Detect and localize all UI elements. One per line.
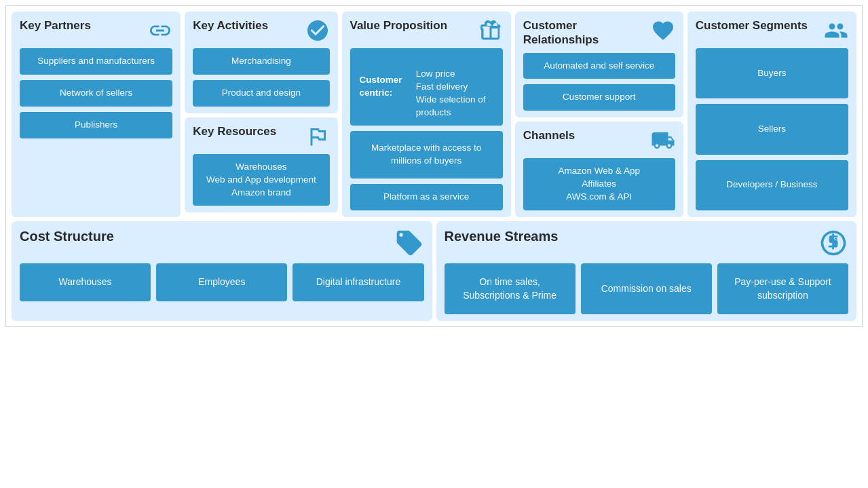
key-activities-item-2: Product and design [193, 80, 329, 107]
resources-icon [305, 124, 330, 149]
channels-title: Channels [523, 128, 575, 143]
value-prop-bold: Customer centric: [360, 74, 416, 100]
cust-rel-item-1: Automated and self service [523, 53, 675, 79]
customer-relationships-title: Customer Relationships [523, 18, 648, 48]
cost-structure-header: Cost Structure [20, 228, 424, 258]
heart-icon [651, 18, 675, 43]
customer-relationships-cell: Customer Relationships Automated and sel… [515, 12, 683, 117]
cust-rel-channels-column: Customer Relationships Automated and sel… [515, 12, 683, 217]
value-prop-rest: Low price Fast delivery Wide selection o… [416, 55, 493, 119]
activities-resources-column: Key Activities Merchandising Product and… [185, 12, 337, 217]
key-resources-text: Warehouses Web and App development Amazo… [206, 161, 316, 200]
key-resources-title: Key Resources [193, 124, 276, 138]
value-proposition-cell: Value Proposition Customer centric: Low … [342, 12, 511, 217]
channels-text: Amazon Web & App Affiliates AWS.com & AP… [558, 165, 640, 204]
channels-cell: Channels Amazon Web & App Affiliates AWS… [515, 121, 683, 217]
key-resources-cell: Key Resources Warehouses Web and App dev… [185, 117, 337, 213]
gift-icon [478, 18, 503, 43]
revenue-streams-boxes: On time sales, Subscriptions & Prime Com… [445, 263, 849, 314]
tag-icon [394, 228, 424, 258]
revenue-streams-header: Revenue Streams [445, 228, 849, 258]
revenue-item-3: Pay-per-use & Support subscription [717, 263, 848, 314]
revenue-item-2: Commission on sales [581, 263, 712, 314]
value-proposition-header: Value Proposition [350, 18, 503, 43]
revenue-item-1: On time sales, Subscriptions & Prime [445, 263, 575, 314]
customer-seg-item-1: Buyers [696, 48, 848, 98]
bottom-section: Cost Structure Warehouses Employees Digi… [12, 221, 856, 321]
key-resources-body: Warehouses Web and App development Amazo… [193, 154, 329, 206]
channels-header: Channels [523, 128, 675, 153]
key-activities-header: Key Activities [193, 18, 329, 43]
checkmark-icon [305, 18, 330, 43]
customer-relationships-header: Customer Relationships [523, 18, 675, 48]
key-activities-cell: Key Activities Merchandising Product and… [185, 12, 337, 113]
business-model-canvas: Key Partners Suppliers and manufacturers… [5, 5, 863, 327]
cost-structure-title: Cost Structure [20, 228, 114, 245]
key-partners-item-3: Publishers [20, 112, 172, 138]
chain-icon [148, 18, 172, 43]
customer-segments-title: Customer Segments [696, 18, 808, 33]
cost-structure-cell: Cost Structure Warehouses Employees Digi… [12, 221, 432, 321]
cost-item-1: Warehouses [20, 263, 151, 301]
customer-segments-cell: Customer Segments Buyers Sellers Develop… [687, 12, 856, 217]
value-prop-box-3: Platform as a service [350, 184, 503, 210]
key-partners-cell: Key Partners Suppliers and manufacturers… [12, 12, 181, 217]
customer-seg-item-3: Developers / Business [696, 160, 848, 210]
customer-seg-item-2: Sellers [696, 104, 848, 154]
revenue-streams-cell: Revenue Streams On time sales, Subscript… [436, 221, 857, 321]
key-partners-title: Key Partners [20, 18, 91, 33]
top-section: Key Partners Suppliers and manufacturers… [12, 12, 856, 217]
people-icon [824, 18, 848, 43]
money-bag-icon [818, 228, 848, 258]
cost-item-3: Digital infrastructure [293, 263, 423, 301]
key-activities-title: Key Activities [193, 18, 268, 33]
key-partners-item-2: Network of sellers [20, 80, 172, 107]
cost-structure-boxes: Warehouses Employees Digital infrastruct… [20, 263, 424, 301]
key-resources-header: Key Resources [193, 124, 329, 149]
truck-icon [651, 128, 675, 153]
channels-body: Amazon Web & App Affiliates AWS.com & AP… [523, 158, 675, 210]
value-prop-box-1: Customer centric: Low price Fast deliver… [350, 48, 503, 126]
cust-rel-item-2: Customer support [523, 84, 675, 111]
key-partners-header: Key Partners [20, 18, 172, 43]
key-partners-item-1: Suppliers and manufacturers [20, 48, 172, 75]
revenue-streams-title: Revenue Streams [445, 228, 559, 245]
cost-item-2: Employees [156, 263, 287, 301]
customer-segments-header: Customer Segments [696, 18, 848, 43]
key-activities-item-1: Merchandising [193, 48, 329, 75]
value-proposition-title: Value Proposition [350, 18, 448, 33]
value-prop-box-2: Marketplace with access to millions of b… [350, 131, 503, 179]
